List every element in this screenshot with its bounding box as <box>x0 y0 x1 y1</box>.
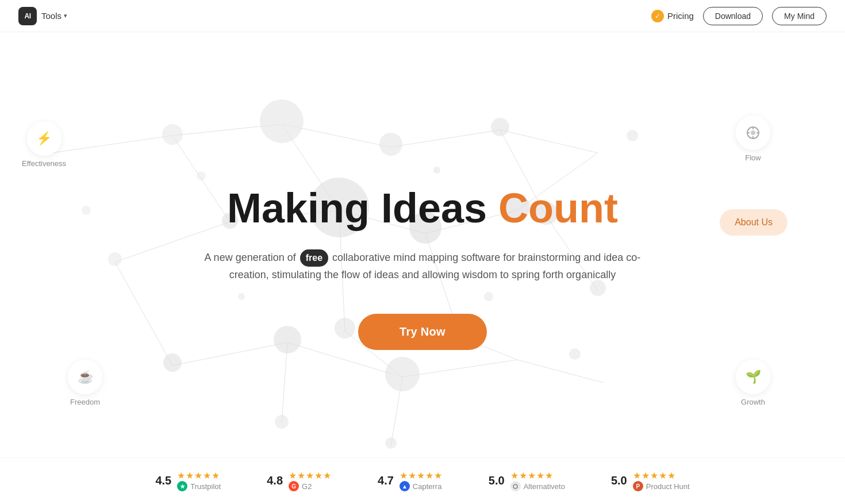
hero-subtitle: A new generation of free collaborative m… <box>204 249 641 284</box>
alternativeto-stars-block: ★★★★★ ⬡ Alternativeto <box>510 470 565 491</box>
flow-float: Flow <box>736 116 770 162</box>
effectiveness-label: Effectiveness <box>22 159 66 168</box>
svg-line-0 <box>52 136 172 153</box>
capterra-platform: ▲ Capterra <box>400 481 443 491</box>
g2-stars-block: ★★★★★ G G2 <box>289 470 332 491</box>
producthunt-platform: P Product Hunt <box>633 481 690 491</box>
producthunt-score: 5.0 <box>611 474 627 487</box>
hero-title: Making Ideas Count <box>204 186 641 231</box>
svg-point-25 <box>260 99 304 143</box>
rating-producthunt: 5.0 ★★★★★ P Product Hunt <box>611 470 690 491</box>
freedom-icon: ☕ <box>68 360 102 394</box>
freedom-float: ☕ Freedom <box>68 360 102 406</box>
about-us-label: About Us <box>735 217 773 227</box>
trustpilot-stars: ★★★★★ <box>177 470 221 481</box>
g2-platform: G G2 <box>289 481 332 491</box>
tools-label: Tools <box>41 11 62 21</box>
capterra-icon: ▲ <box>400 481 410 491</box>
rating-g2: 4.8 ★★★★★ G G2 <box>267 470 332 491</box>
svg-line-3 <box>391 130 500 147</box>
hero-content: Making Ideas Count A new generation of f… <box>190 186 655 350</box>
rating-capterra: 4.7 ★★★★★ ▲ Capterra <box>378 470 443 491</box>
g2-score: 4.8 <box>267 474 283 487</box>
svg-point-41 <box>275 415 289 429</box>
svg-point-31 <box>162 124 183 145</box>
download-button[interactable]: Download <box>703 7 763 25</box>
alternativeto-score: 5.0 <box>489 474 505 487</box>
try-now-button[interactable]: Try Now <box>358 314 487 350</box>
ratings-bar: 4.5 ★★★★★ ★ Trustpilot 4.8 ★★★★★ G G2 4.… <box>0 457 845 503</box>
chevron-down-icon: ▾ <box>64 12 67 20</box>
svg-point-43 <box>197 171 206 180</box>
flow-icon <box>736 116 770 150</box>
trustpilot-platform: ★ Trustpilot <box>177 481 221 491</box>
svg-point-46 <box>82 206 91 215</box>
svg-point-44 <box>433 167 440 174</box>
growth-icon: 🌱 <box>736 360 770 394</box>
pricing-button[interactable]: ✓ Pricing <box>651 10 694 22</box>
tools-button[interactable]: Tools ▾ <box>41 11 67 21</box>
alternativeto-icon: ⬡ <box>510 481 521 491</box>
growth-label: Growth <box>741 398 765 406</box>
svg-line-16 <box>517 360 604 383</box>
svg-point-33 <box>108 252 122 266</box>
producthunt-icon: P <box>633 481 643 491</box>
rating-alternativeto: 5.0 ★★★★★ ⬡ Alternativeto <box>489 470 565 491</box>
navbar-right: ✓ Pricing Download My Mind <box>651 7 827 25</box>
growth-float: 🌱 Growth <box>736 360 770 406</box>
ai-logo: AI <box>18 7 37 25</box>
producthunt-stars-block: ★★★★★ P Product Hunt <box>633 470 690 491</box>
svg-line-23 <box>282 343 287 423</box>
navbar: AI Tools ▾ ✓ Pricing Download My Mind <box>0 0 845 32</box>
alternativeto-platform: ⬡ Alternativeto <box>510 481 565 491</box>
svg-line-4 <box>500 130 598 153</box>
about-us-bubble[interactable]: About Us <box>720 209 788 236</box>
hero-section: ⚡ Effectiveness Flow About Us ☕ Freedom … <box>0 32 845 503</box>
effectiveness-icon: ⚡ <box>27 121 62 156</box>
svg-point-29 <box>491 118 509 136</box>
svg-point-36 <box>385 357 420 391</box>
rating-trustpilot: 4.5 ★★★★★ ★ Trustpilot <box>155 470 221 491</box>
free-badge: free <box>300 249 328 267</box>
trustpilot-score: 4.5 <box>155 474 171 487</box>
svg-line-12 <box>115 262 172 366</box>
hero-title-part1: Making Ideas <box>227 185 498 231</box>
alternativeto-stars: ★★★★★ <box>510 470 565 481</box>
producthunt-stars: ★★★★★ <box>633 470 690 481</box>
navbar-left: AI Tools ▾ <box>18 7 67 25</box>
flow-label: Flow <box>745 153 760 162</box>
mymind-button[interactable]: My Mind <box>772 7 827 25</box>
svg-point-34 <box>163 353 182 372</box>
capterra-score: 4.7 <box>378 474 394 487</box>
svg-point-45 <box>627 130 638 141</box>
svg-line-15 <box>402 360 517 377</box>
trustpilot-stars-block: ★★★★★ ★ Trustpilot <box>177 470 221 491</box>
g2-icon: G <box>289 481 299 491</box>
freedom-label: Freedom <box>70 398 100 406</box>
svg-point-42 <box>385 437 397 449</box>
g2-stars: ★★★★★ <box>289 470 332 481</box>
capterra-stars: ★★★★★ <box>400 470 443 481</box>
trustpilot-icon: ★ <box>177 481 187 491</box>
hero-title-orange: Count <box>498 185 618 231</box>
pricing-icon: ✓ <box>651 10 664 22</box>
svg-point-51 <box>751 130 755 135</box>
capterra-stars-block: ★★★★★ ▲ Capterra <box>400 470 443 491</box>
pricing-label: Pricing <box>667 11 694 21</box>
effectiveness-float: ⚡ Effectiveness <box>22 121 66 168</box>
svg-point-28 <box>379 133 402 156</box>
